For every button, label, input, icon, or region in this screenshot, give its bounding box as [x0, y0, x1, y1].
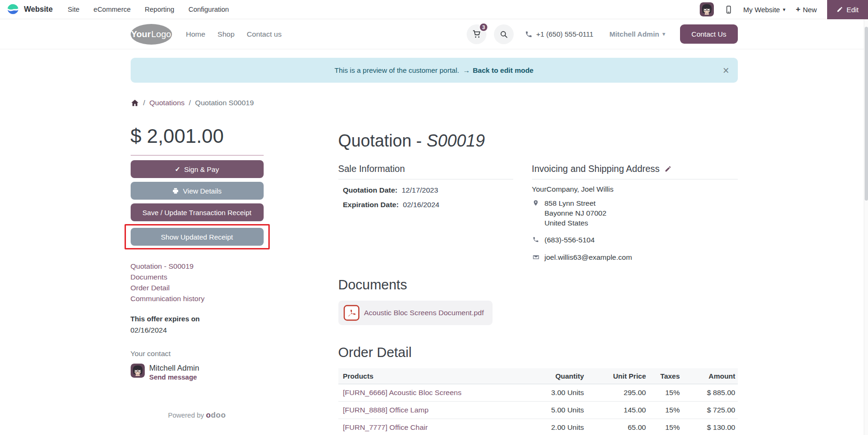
phone-icon — [525, 31, 532, 38]
document-attachment[interactable]: Acoustic Bloc Screens Document.pdf — [338, 301, 493, 325]
powered-by: Powered by odoo — [131, 411, 264, 419]
home-icon[interactable] — [131, 99, 139, 107]
address-heading: Invoicing and Shipping Address — [532, 163, 660, 174]
quotation-sidebar: $ 2,001.00 ✓ Sign & Pay View Details Sav… — [131, 125, 264, 419]
contact-us-button[interactable]: Contact Us — [680, 24, 737, 44]
row-taxes: 15% — [649, 384, 682, 401]
my-website-dropdown[interactable]: My Website ▾ — [743, 6, 786, 14]
product-link[interactable]: [FURN_6666] Acoustic Bloc Screens — [343, 388, 461, 396]
row-quantity: 3.00 Units — [516, 384, 586, 401]
my-website-label: My Website — [743, 6, 780, 14]
show-updated-receipt-button[interactable]: Show Updated Receipt — [131, 228, 264, 246]
col-amount: Amount — [682, 368, 738, 384]
contact-phone[interactable]: (683)-556-5104 — [545, 235, 595, 245]
menu-ecommerce[interactable]: eCommerce — [94, 6, 131, 13]
breadcrumb-current: Quotation S00019 — [195, 99, 254, 107]
envelope-icon — [532, 252, 540, 262]
new-label: New — [803, 6, 817, 14]
user-name: Mitchell Admin — [610, 30, 659, 38]
pdf-file-icon — [344, 305, 360, 321]
link-order-detail[interactable]: Order Detail — [131, 283, 264, 293]
offer-expiry: This offer expires on 02/16/2024 — [131, 315, 264, 334]
site-nav: Home Shop Contact us — [186, 30, 282, 39]
address-email-row: joel.willis63@example.com — [532, 252, 738, 262]
edit-button[interactable]: Edit — [827, 0, 868, 19]
expiry-label: This offer expires on — [131, 315, 264, 323]
show-updated-receipt-label: Show Updated Receipt — [161, 233, 233, 241]
product-link[interactable]: [FURN_7777] Office Chair — [343, 423, 428, 431]
row-amount: $ 885.00 — [682, 384, 738, 401]
product-link[interactable]: [FURN_8888] Office Lamp — [343, 406, 429, 414]
nav-shop[interactable]: Shop — [218, 30, 235, 39]
website-app-icon[interactable] — [7, 3, 19, 16]
chevron-down-icon: ▾ — [663, 31, 665, 37]
sidebar-anchor-links: Quotation - S00019 Documents Order Detai… — [131, 261, 264, 303]
search-button[interactable] — [494, 24, 514, 44]
contact-label: Your contact — [131, 350, 264, 358]
row-amount: $ 130.00 — [682, 419, 738, 435]
row-amount: $ 725.00 — [682, 402, 738, 419]
menu-reporting[interactable]: Reporting — [145, 6, 174, 13]
quotation-reference: S00019 — [427, 131, 485, 150]
row-taxes: 15% — [649, 419, 682, 435]
nav-home[interactable]: Home — [186, 30, 205, 39]
address-phone-row: (683)-556-5104 — [532, 235, 738, 245]
quotation-main: Quotation - S00019 Sale Information Quot… — [338, 125, 738, 435]
row-unit-price: 65.00 — [586, 419, 649, 435]
search-icon — [500, 30, 508, 39]
sign-pay-label: Sign & Pay — [184, 165, 219, 173]
col-taxes: Taxes — [649, 368, 682, 384]
breadcrumb: / Quotations / Quotation S00019 — [131, 99, 738, 107]
cart-count-badge: 3 — [479, 23, 488, 32]
chevron-down-icon: ▾ — [783, 7, 786, 13]
col-quantity: Quantity — [516, 368, 586, 384]
address-company: YourCompany, Joel Willis — [532, 185, 738, 194]
row-unit-price: 145.00 — [586, 402, 649, 419]
address-street-block: 858 Lynn Street Bayonne NJ 07002 United … — [532, 198, 738, 228]
nav-contact-us[interactable]: Contact us — [247, 30, 282, 39]
backend-navbar: Website Site eCommerce Reporting Configu… — [0, 0, 868, 19]
contact-email[interactable]: joel.willis63@example.com — [545, 252, 632, 262]
backend-menu: Site eCommerce Reporting Configuration — [68, 6, 229, 13]
pencil-icon — [837, 6, 843, 13]
link-quotation[interactable]: Quotation - S00019 — [131, 261, 264, 271]
page-scrollbar[interactable] — [864, 19, 868, 435]
close-icon[interactable]: × — [723, 65, 729, 76]
mobile-preview-icon[interactable] — [724, 5, 733, 14]
sign-pay-button[interactable]: ✓ Sign & Pay — [131, 160, 264, 178]
sale-information-section: Sale Information Quotation Date: 12/17/2… — [338, 163, 513, 262]
breadcrumb-separator: / — [189, 99, 191, 107]
breadcrumb-quotations[interactable]: Quotations — [149, 99, 185, 107]
plus-icon: + — [796, 5, 800, 14]
table-row: [FURN_8888] Office Lamp 5.00 Units 145.0… — [338, 402, 738, 419]
back-to-edit-link[interactable]: Back to edit mode — [473, 66, 533, 74]
powered-by-label: Powered by — [168, 412, 204, 419]
edit-address-pencil-icon[interactable] — [665, 165, 672, 172]
your-contact-block: Your contact Mitchell Admin Send — [131, 350, 264, 381]
printer-icon — [172, 187, 179, 194]
address-line3: United States — [545, 219, 588, 227]
contact-avatar — [131, 364, 145, 378]
header-phone[interactable]: +1 (650) 555-0111 — [525, 30, 594, 38]
user-avatar[interactable] — [700, 2, 714, 16]
save-update-receipt-button[interactable]: Save / Update Transaction Receipt — [131, 203, 264, 221]
site-logo[interactable]: YourLogo — [131, 24, 172, 45]
menu-configuration[interactable]: Configuration — [188, 6, 229, 13]
scrollbar-thumb[interactable] — [865, 27, 868, 201]
send-message-link[interactable]: Send message — [149, 373, 197, 381]
row-quantity: 2.00 Units — [516, 419, 586, 435]
view-details-label: View Details — [183, 187, 221, 195]
address-line1: 858 Lynn Street — [545, 199, 596, 207]
user-dropdown[interactable]: Mitchell Admin ▾ — [610, 30, 665, 38]
view-details-button[interactable]: View Details — [131, 182, 264, 200]
divider — [131, 155, 264, 155]
save-update-receipt-label: Save / Update Transaction Receipt — [142, 209, 251, 217]
link-documents[interactable]: Documents — [131, 272, 264, 282]
new-button[interactable]: + New — [796, 5, 817, 14]
link-communication-history[interactable]: Communication history — [131, 294, 264, 303]
odoo-logo[interactable]: odoo — [206, 411, 226, 419]
table-row: [FURN_7777] Office Chair 2.00 Units 65.0… — [338, 419, 738, 435]
menu-site[interactable]: Site — [68, 6, 79, 13]
cart-button[interactable]: 3 — [467, 24, 486, 44]
app-name[interactable]: Website — [24, 5, 53, 14]
